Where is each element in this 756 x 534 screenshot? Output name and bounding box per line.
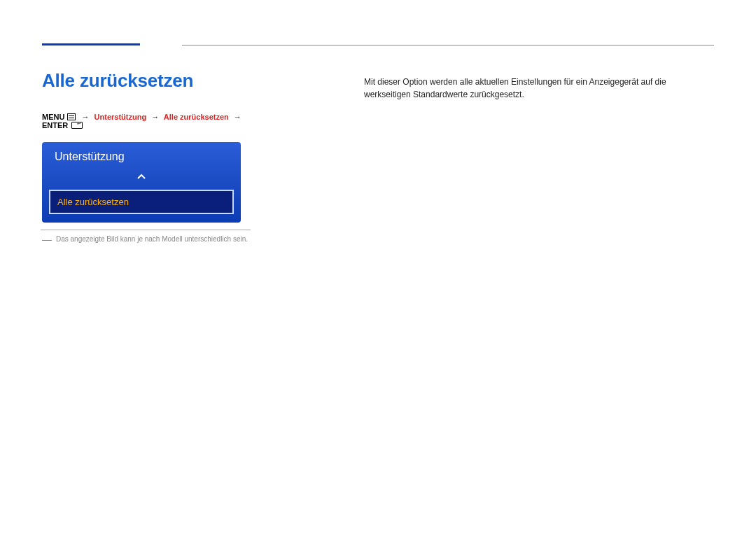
menu-icon xyxy=(67,113,76,120)
breadcrumb-menu-label: MENU xyxy=(42,113,64,121)
breadcrumb: MENU → Unterstützung → Alle zurücksetzen… xyxy=(42,113,252,129)
description-text: Mit dieser Option werden alle aktuellen … xyxy=(364,76,714,101)
scroll-up-indicator[interactable] xyxy=(42,169,241,190)
page-title: Alle zurücksetzen xyxy=(42,70,252,92)
arrow-icon: → xyxy=(231,113,244,121)
breadcrumb-step-2: Alle zurücksetzen xyxy=(164,113,229,121)
left-divider xyxy=(41,230,251,230)
footnote-text: Das angezeigte Bild kann je nach Modell … xyxy=(56,234,248,244)
footnote: ― Das angezeigte Bild kann je nach Model… xyxy=(42,234,252,244)
arrow-icon: → xyxy=(79,113,92,121)
enter-icon xyxy=(71,122,83,129)
header-rule xyxy=(42,43,714,49)
chevron-up-icon xyxy=(137,173,146,181)
footnote-dash-icon: ― xyxy=(42,234,52,244)
breadcrumb-enter-label: ENTER xyxy=(42,121,68,129)
arrow-icon: → xyxy=(148,113,162,121)
tv-menu-panel: Unterstützung Alle zurücksetzen xyxy=(42,142,241,223)
accent-line xyxy=(42,43,140,45)
thin-divider xyxy=(182,45,714,45)
tv-panel-title: Unterstützung xyxy=(42,142,241,169)
tv-menu-item-selected[interactable]: Alle zurücksetzen xyxy=(49,190,234,214)
breadcrumb-step-1: Unterstützung xyxy=(94,113,147,121)
